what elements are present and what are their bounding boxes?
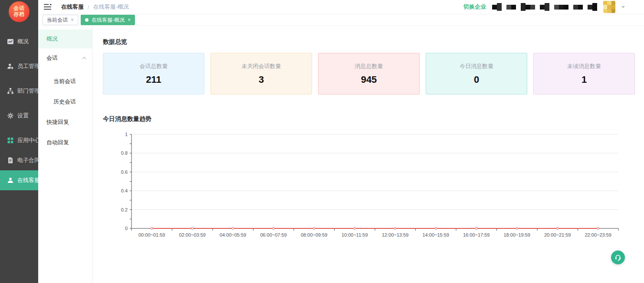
sidebar-item-label: 员工管理 bbox=[17, 62, 40, 70]
stat-card-label: 会话总数量 bbox=[140, 62, 168, 70]
subnav-item-quick-reply[interactable]: 快捷回复 bbox=[38, 112, 92, 132]
top-bar: 在线客服 / 在线客服-概况 切换企业 bbox=[38, 0, 644, 14]
topbar-right: 切换企业 bbox=[463, 1, 625, 13]
svg-text:00:00~01:59: 00:00~01:59 bbox=[138, 232, 165, 237]
stat-cards: 会话总数量 211 未关闭会话数量 3 消息总数量 945 今日消息数量 0 bbox=[103, 53, 635, 94]
section-title-overview: 数据总览 bbox=[103, 38, 635, 46]
svg-text:0.2: 0.2 bbox=[121, 207, 128, 212]
trend-chart: 00.20.40.60.8100:00~01:5902:00~03:5904:0… bbox=[103, 129, 635, 244]
user-gear-icon bbox=[7, 63, 14, 70]
subnav-item-current-session[interactable]: 当前会话 bbox=[38, 71, 92, 91]
svg-text:0.8: 0.8 bbox=[121, 150, 128, 156]
sidebar-item-label: 应用中心 bbox=[17, 137, 40, 144]
tab-label: 在线客服-概况 bbox=[92, 17, 125, 23]
active-tab-dot bbox=[85, 18, 89, 22]
sidebar-item-staff[interactable]: 员工管理 bbox=[0, 54, 38, 78]
avatar[interactable] bbox=[603, 1, 615, 13]
main-content: 数据总览 会话总数量 211 未关闭会话数量 3 消息总数量 945 bbox=[92, 26, 644, 283]
svg-text:0: 0 bbox=[125, 226, 128, 231]
person-icon bbox=[7, 177, 14, 184]
subnav-item-label: 当前会话 bbox=[53, 78, 76, 85]
sidebar-item-online-service[interactable]: 在线客服 bbox=[0, 170, 38, 190]
svg-text:0.6: 0.6 bbox=[121, 169, 128, 175]
section-title-trend: 今日消息数量趋势 bbox=[103, 115, 635, 123]
logo-line-2: 存档 bbox=[13, 12, 25, 18]
stat-card-label: 未读消息数量 bbox=[567, 62, 601, 70]
tab-bar: 当前会话 × 在线客服-概况 × bbox=[38, 14, 644, 26]
tab-label: 当前会话 bbox=[47, 17, 68, 23]
app-logo: 会话 存档 bbox=[9, 1, 30, 22]
breadcrumb-separator: / bbox=[88, 4, 89, 10]
stat-card-value: 0 bbox=[474, 74, 479, 85]
close-icon[interactable]: × bbox=[71, 17, 74, 23]
sidebar-item-settings[interactable]: 设置 bbox=[0, 103, 38, 128]
app-root: 会话 存档 概况 员工管理 部门管理 设置 bbox=[0, 0, 644, 283]
sidebar-item-label: 设置 bbox=[17, 112, 29, 120]
breadcrumb-section[interactable]: 在线客服 bbox=[61, 3, 84, 11]
sidebar-item-label: 部门管理 bbox=[17, 87, 40, 95]
collapse-sidebar-icon[interactable] bbox=[44, 4, 52, 10]
subnav-item-label: 快捷回复 bbox=[46, 118, 69, 126]
tab-current-session[interactable]: 当前会话 × bbox=[43, 15, 78, 25]
svg-text:02:00~03:59: 02:00~03:59 bbox=[179, 232, 206, 237]
sidebar-item-app-center[interactable]: 应用中心 bbox=[0, 130, 38, 150]
svg-text:08:00~09:59: 08:00~09:59 bbox=[301, 232, 327, 237]
chart-icon bbox=[7, 38, 14, 45]
primary-sidebar: 会话 存档 概况 员工管理 部门管理 设置 bbox=[0, 0, 38, 283]
chevron-down-icon[interactable] bbox=[621, 6, 625, 8]
gear-icon bbox=[7, 112, 14, 119]
customer-service-fab[interactable] bbox=[611, 250, 625, 264]
svg-text:18:00~19:59: 18:00~19:59 bbox=[504, 232, 530, 237]
stat-card-value: 3 bbox=[259, 74, 264, 85]
stat-card-value: 1 bbox=[582, 74, 587, 85]
subnav-item-label: 概况 bbox=[46, 35, 58, 43]
svg-text:20:00~21:59: 20:00~21:59 bbox=[544, 232, 571, 237]
secondary-sidebar: 概况 会话 当前会话 历史会话 快捷回复 自动回复 bbox=[38, 26, 92, 283]
stat-card-total-messages: 消息总数量 945 bbox=[318, 53, 420, 94]
subnav-item-overview[interactable]: 概况 bbox=[38, 29, 92, 49]
svg-text:06:00~07:59: 06:00~07:59 bbox=[260, 232, 287, 237]
sidebar-item-departments[interactable]: 部门管理 bbox=[0, 78, 38, 103]
svg-text:04:00~05:59: 04:00~05:59 bbox=[220, 232, 246, 237]
svg-text:16:00~17:59: 16:00~17:59 bbox=[463, 232, 490, 237]
chevron-up-icon bbox=[82, 57, 86, 59]
stat-card-unread-messages: 未读消息数量 1 bbox=[533, 53, 635, 94]
stat-card-value: 211 bbox=[146, 74, 161, 85]
stat-card-total-sessions: 会话总数量 211 bbox=[103, 53, 204, 94]
stat-card-label: 消息总数量 bbox=[355, 62, 383, 70]
censored-company-name bbox=[492, 2, 597, 12]
subnav-item-sessions[interactable]: 会话 bbox=[38, 49, 92, 68]
stat-card-value: 945 bbox=[361, 74, 377, 85]
svg-text:0.4: 0.4 bbox=[121, 188, 128, 193]
sidebar-item-label: 在线客服 bbox=[17, 176, 40, 184]
sidebar-item-e-contract[interactable]: 电子合同 bbox=[0, 150, 38, 170]
app-grid-icon bbox=[7, 137, 14, 144]
contract-icon bbox=[7, 157, 14, 164]
sidebar-item-label: 电子合同 bbox=[17, 156, 40, 164]
tab-online-service-overview[interactable]: 在线客服-概况 × bbox=[81, 15, 135, 25]
sidebar-item-label: 概况 bbox=[17, 38, 29, 46]
headset-icon bbox=[614, 254, 622, 261]
subnav-item-label: 会话 bbox=[46, 54, 58, 62]
stat-card-open-sessions: 未关闭会话数量 3 bbox=[210, 53, 312, 94]
switch-company-link[interactable]: 切换企业 bbox=[463, 3, 486, 11]
subnav-item-label: 自动回复 bbox=[46, 139, 69, 146]
sidebar-item-overview[interactable]: 概况 bbox=[0, 29, 38, 54]
content-row: 概况 会话 当前会话 历史会话 快捷回复 自动回复 bbox=[38, 26, 644, 283]
svg-text:10:00~11:59: 10:00~11:59 bbox=[342, 232, 368, 237]
svg-text:12:00~13:59: 12:00~13:59 bbox=[382, 232, 408, 237]
main-column: 在线客服 / 在线客服-概况 切换企业 当前会话 × 在线客服-概况 × bbox=[38, 0, 644, 283]
logo-line-1: 会话 bbox=[13, 6, 25, 12]
close-icon[interactable]: × bbox=[128, 17, 131, 23]
stat-card-label: 今日消息数量 bbox=[460, 62, 493, 70]
breadcrumb: 在线客服 / 在线客服-概况 bbox=[61, 3, 129, 11]
stat-card-today-messages: 今日消息数量 0 bbox=[426, 53, 527, 94]
svg-text:22:00~23:59: 22:00~23:59 bbox=[585, 232, 611, 237]
svg-text:1: 1 bbox=[125, 132, 128, 137]
org-tree-icon bbox=[7, 88, 14, 94]
subnav-item-label: 历史会话 bbox=[53, 98, 76, 106]
svg-text:14:00~15:59: 14:00~15:59 bbox=[423, 232, 449, 237]
subnav-item-auto-reply[interactable]: 自动回复 bbox=[38, 132, 92, 153]
stat-card-label: 未关闭会话数量 bbox=[242, 62, 281, 70]
subnav-item-history-session[interactable]: 历史会话 bbox=[38, 91, 92, 112]
